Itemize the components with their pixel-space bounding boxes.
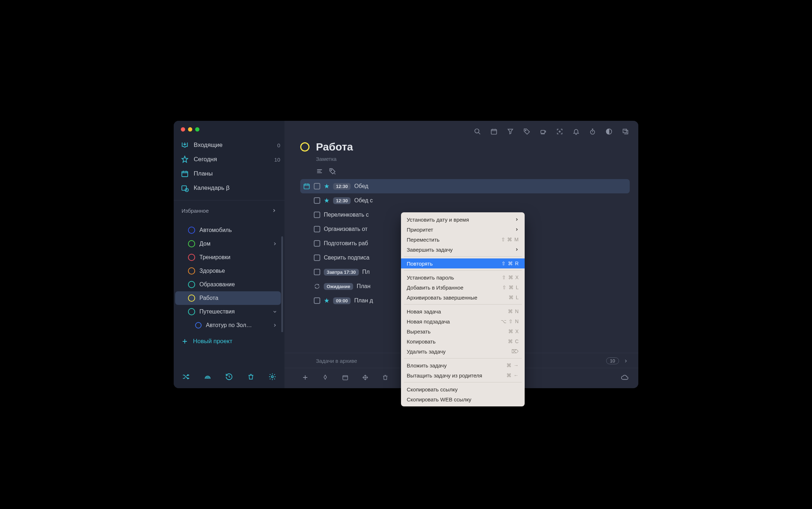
cloud-sync-icon[interactable] — [620, 372, 630, 382]
checkbox[interactable] — [314, 297, 320, 304]
chevron-down-icon[interactable] — [272, 309, 277, 314]
task-row[interactable]: ★12:30Обед с — [300, 193, 630, 208]
menu-item[interactable]: Скопировать WEB ссылку — [401, 394, 525, 404]
sidebar-toolbar — [174, 372, 284, 388]
note-placeholder[interactable]: Заметка — [284, 153, 638, 162]
menu-shortcut: ⇧ ⌘ M — [501, 237, 519, 242]
checkbox[interactable] — [314, 212, 320, 218]
nav-inbox[interactable]: Входящие 0 — [181, 138, 280, 152]
tag-search-icon[interactable] — [329, 168, 337, 176]
priority-icon[interactable] — [320, 372, 330, 382]
menu-item[interactable]: Переместить⇧ ⌘ M — [401, 234, 525, 244]
menu-item[interactable]: Новая подзадача⌥ ⇧ N — [401, 316, 525, 326]
nav-today[interactable]: Сегодня 10 — [181, 152, 280, 167]
task-title: Сверить подписа — [324, 254, 370, 261]
section-header[interactable]: Избранное — [182, 206, 277, 216]
minimize-window[interactable] — [188, 127, 192, 132]
menu-shortcut: ⌘ X — [508, 328, 519, 334]
checkbox[interactable] — [314, 197, 320, 204]
menu-item[interactable]: Добавить в Избранное⇧ ⌘ L — [401, 282, 525, 292]
coffee-icon[interactable] — [539, 127, 548, 136]
calendar-grid-icon — [181, 170, 189, 178]
svg-rect-13 — [304, 184, 310, 189]
nav-label: Календарь β — [194, 184, 229, 192]
svg-rect-0 — [182, 172, 188, 177]
menu-item[interactable]: Повторять⇧ ⌘ R — [401, 258, 525, 268]
menu-item[interactable]: Удалить задачу⌦ — [401, 346, 525, 356]
checkbox[interactable] — [314, 240, 320, 247]
menu-item[interactable]: Установить дату и время — [401, 214, 525, 224]
shuffle-icon[interactable] — [181, 372, 191, 382]
project-title: Работа — [316, 141, 353, 153]
filter-icon[interactable] — [506, 127, 515, 136]
checkbox[interactable] — [314, 269, 320, 275]
task-row[interactable]: ★12:30Обед — [300, 179, 630, 193]
sidebar-project[interactable]: Автомобиль — [175, 223, 281, 237]
menu-label: Скопировать WEB ссылку — [407, 396, 471, 402]
search-icon[interactable] — [473, 127, 482, 136]
maximize-window[interactable] — [195, 127, 199, 132]
tag-icon[interactable] — [523, 127, 531, 136]
checkbox[interactable] — [314, 226, 320, 232]
menu-item[interactable]: Завершить задачу — [401, 244, 525, 254]
calendar-icon[interactable] — [490, 127, 498, 136]
menu-item[interactable]: Вырезать⌘ X — [401, 326, 525, 336]
checkbox[interactable] — [314, 254, 320, 261]
sidebar-project[interactable]: Дом — [175, 237, 281, 251]
sidebar-project[interactable]: Здоровье — [175, 264, 281, 278]
menu-label: Установить дату и время — [407, 217, 469, 223]
gear-icon[interactable] — [267, 372, 277, 382]
project-label: Тренировки — [199, 254, 231, 261]
stopwatch-icon[interactable] — [588, 127, 597, 136]
sidebar-project[interactable]: Тренировки — [175, 251, 281, 264]
menu-item[interactable]: Архивировать завершенные⌘ L — [401, 292, 525, 302]
nav-plans[interactable]: Планы — [181, 167, 280, 181]
archive-icon[interactable] — [380, 372, 390, 382]
menu-label: Новая подзадача — [407, 318, 450, 325]
move-icon[interactable] — [360, 372, 370, 382]
chevron-right-icon[interactable] — [272, 241, 277, 246]
context-menu[interactable]: Установить дату и времяПриоритетПеремест… — [401, 212, 525, 406]
sidebar-project[interactable]: Работа — [175, 291, 281, 305]
nav-label: Планы — [194, 170, 213, 177]
sidebar-project[interactable]: Автотур по Зол… — [175, 318, 281, 332]
favorites-section: Избранное — [174, 200, 284, 221]
scrollbar[interactable] — [281, 236, 283, 332]
chevron-right-icon — [515, 227, 519, 232]
bell-icon[interactable] — [572, 127, 580, 136]
contrast-icon[interactable] — [605, 127, 613, 136]
list-icon[interactable] — [316, 168, 323, 176]
chevron-right-icon[interactable] — [272, 323, 277, 328]
history-icon[interactable] — [224, 372, 234, 382]
rainbow-icon[interactable] — [203, 372, 213, 382]
menu-item[interactable]: Новая задача⌘ N — [401, 306, 525, 316]
task-title: Пл — [362, 269, 370, 275]
section-label: Избранное — [182, 208, 209, 214]
menu-item[interactable]: Вложить задачу⌘ → — [401, 360, 525, 370]
archive-count: 10 — [606, 357, 619, 364]
menu-shortcut: ⌘ ← — [506, 372, 519, 378]
sidebar-project[interactable]: Путешествия — [175, 305, 281, 318]
menu-label: Скопировать ссылку — [407, 386, 458, 392]
close-window[interactable] — [181, 127, 185, 132]
nav-label: Сегодня — [194, 156, 217, 163]
menu-item[interactable]: Приоритет — [401, 224, 525, 234]
windows-icon[interactable] — [621, 127, 630, 136]
trash-icon[interactable] — [246, 372, 256, 382]
app-window: Входящие 0 Сегодня 10 Планы Календарь β … — [174, 121, 638, 388]
new-project-button[interactable]: Новый проект — [174, 332, 284, 351]
menu-item[interactable]: Копировать⌘ C — [401, 336, 525, 346]
menu-separator — [404, 382, 522, 382]
add-icon[interactable] — [300, 372, 310, 382]
focus-icon[interactable] — [555, 127, 564, 136]
nav-label: Входящие — [194, 142, 223, 149]
menu-item[interactable]: Вытащить задачу из родителя⌘ ← — [401, 370, 525, 380]
checkbox[interactable] — [314, 183, 320, 189]
menu-item[interactable]: Скопировать ссылку — [401, 384, 525, 394]
date-icon[interactable] — [340, 372, 350, 382]
project-ring-icon — [195, 322, 202, 328]
menu-item[interactable]: Установить пароль⇧ ⌘ X — [401, 272, 525, 282]
top-toolbar — [284, 121, 638, 136]
sidebar-project[interactable]: Образование — [175, 278, 281, 291]
nav-calendar[interactable]: Календарь β — [181, 181, 280, 195]
